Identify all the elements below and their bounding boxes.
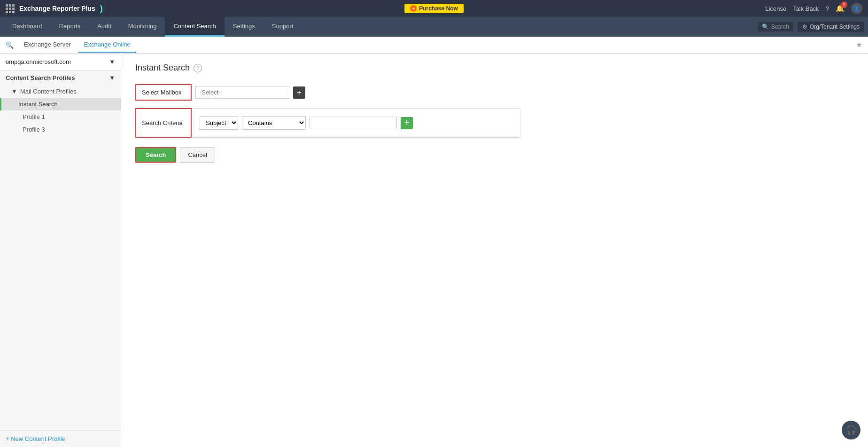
tab-support[interactable]: Support [264,17,302,37]
criteria-value-input[interactable] [310,117,397,129]
help-link[interactable]: ? [826,5,829,12]
chevron-down-icon: ▼ [109,58,115,65]
sub-nav-search-icon: 🔍 [6,41,14,49]
search-icon: 🔍 [762,24,769,30]
headset-icon: 🎧 [846,425,856,435]
gear-icon: ⚙ [802,24,807,30]
notification-count: 2 [841,1,847,8]
page-title-row: Instant Search ? [135,63,854,73]
sidebar-group-mail[interactable]: ▼ Mail Content Profiles [0,85,121,98]
nav-tabs: Dashboard Reports Audit Monitoring Conte… [4,17,302,37]
sidebar-footer: + New Content Profile [0,430,121,447]
notifications-bell[interactable]: 🔔 2 [836,4,845,13]
tab-monitoring[interactable]: Monitoring [120,17,165,37]
nav-right: 🔍 Search ⚙ Org/Tenant Settings [758,17,864,37]
chevron-down-icon-section: ▼ [109,74,115,81]
sidebar-domain-selector[interactable]: ompqa.onmicrosoft.com ▼ [0,54,121,71]
logo-plus: ) [100,4,103,14]
avatar-icon: 👤 [853,6,860,12]
app-name: Exchange Reporter Plus [19,5,95,12]
top-bar-right: License Talk Back ? 🔔 2 👤 [765,3,862,14]
criteria-area: Subject From To Body Date Contains Does … [192,108,520,138]
global-search-box[interactable]: 🔍 Search [758,22,793,31]
grid-icon [6,4,15,13]
search-criteria-section: Search Criteria Subject From To Body Dat… [135,108,854,138]
sub-nav-left: 🔍 Exchange Server Exchange Online [6,37,136,53]
search-criteria-label: Search Criteria [135,108,192,138]
cancel-button[interactable]: Cancel [180,147,215,163]
purchase-now-button[interactable]: ● Purchase Now [404,4,464,13]
nav-bar: Dashboard Reports Audit Monitoring Conte… [0,17,868,37]
sidebar-section-profiles[interactable]: Content Search Profiles ▼ [0,71,121,85]
top-bar: Exchange Reporter Plus ) ● Purchase Now … [0,0,868,17]
criteria-row: Subject From To Body Date Contains Does … [200,116,512,130]
action-buttons: Search Cancel [135,147,854,163]
license-link[interactable]: License [765,5,786,12]
tab-audit[interactable]: Audit [89,17,120,37]
content-area: Instant Search ? Select Mailbox + Search… [121,54,868,447]
main-layout: ompqa.onmicrosoft.com ▼ Content Search P… [0,54,868,447]
help-icon[interactable]: ? [194,64,202,72]
add-criteria-button[interactable]: + [401,117,413,129]
talk-back-link[interactable]: Talk Back [793,5,819,12]
chat-support-icon[interactable]: 🎧 [842,421,860,439]
new-content-profile-button[interactable]: + New Content Profile [6,435,65,442]
criteria-field-select[interactable]: Subject From To Body Date [200,116,238,130]
criteria-condition-select[interactable]: Contains Does not contain Is equal to St… [242,116,306,130]
tab-reports[interactable]: Reports [51,17,89,37]
arrow-down-icon: ▼ [11,88,17,95]
tab-dashboard[interactable]: Dashboard [4,17,51,37]
org-settings-button[interactable]: ⚙ Org/Tenant Settings [798,22,864,32]
mailbox-field-area: + [192,84,309,101]
purchase-icon: ● [410,5,417,12]
search-button[interactable]: Search [135,147,176,163]
add-mailbox-button[interactable]: + [293,86,305,99]
favorite-star-icon[interactable]: ★ [856,40,862,49]
sub-nav: 🔍 Exchange Server Exchange Online ★ [0,37,868,54]
tab-settings[interactable]: Settings [225,17,264,37]
avatar[interactable]: 👤 [851,3,862,14]
mailbox-input[interactable] [195,86,289,99]
sidebar: ompqa.onmicrosoft.com ▼ Content Search P… [0,54,121,447]
subnav-exchange-server[interactable]: Exchange Server [18,37,77,53]
subnav-exchange-online[interactable]: Exchange Online [78,37,136,53]
tab-content-search[interactable]: Content Search [165,17,224,37]
sidebar-item-profile-1[interactable]: Profile 1 [0,110,121,123]
page-title: Instant Search [135,63,190,73]
select-mailbox-label: Select Mailbox [135,84,192,101]
sidebar-item-profile-3[interactable]: Profile 3 [0,123,121,136]
select-mailbox-section: Select Mailbox + [135,84,854,101]
top-bar-left: Exchange Reporter Plus ) [6,4,103,14]
sidebar-item-instant-search[interactable]: Instant Search [0,98,121,110]
